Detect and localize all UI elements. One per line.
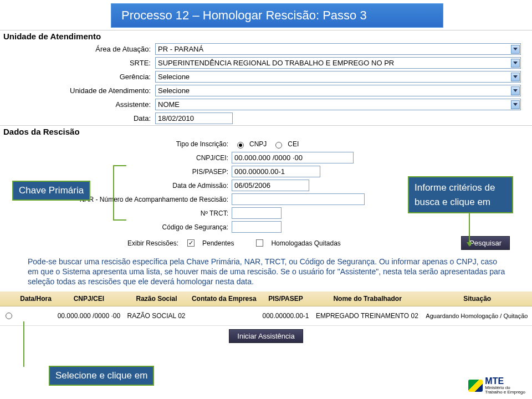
label-assistente: Assistente: bbox=[0, 100, 155, 109]
opt-cnpj: CNPJ bbox=[249, 140, 267, 148]
radio-cnpj[interactable] bbox=[237, 142, 244, 149]
input-data[interactable]: 18/02/2010 bbox=[155, 112, 233, 124]
col-nome: Nome do Trabalhador bbox=[313, 291, 422, 306]
table-row: 00.000.000 /0000 ·00 RAZÃO SOCIAL 02 000… bbox=[0, 306, 532, 325]
input-pis[interactable]: 000.00000.00-1 bbox=[232, 166, 320, 177]
label-exibir: Exibir Rescisões: bbox=[0, 239, 182, 247]
checkbox-pendentes[interactable] bbox=[187, 239, 195, 247]
opt-cei: CEI bbox=[288, 140, 299, 148]
col-situacao: Situação bbox=[422, 291, 532, 306]
callout-selecione: Selecione e clique em bbox=[49, 366, 154, 386]
connector-line-icon bbox=[23, 321, 24, 367]
section-dados: Dados da Rescisão bbox=[0, 125, 532, 137]
input-cod-seg[interactable] bbox=[232, 221, 282, 233]
label-gerencia: Gerência: bbox=[0, 73, 155, 81]
col-razao: Razão Social bbox=[124, 291, 190, 306]
cell-cnpj: 00.000.000 /0000 ·00 bbox=[54, 306, 124, 325]
title-text: Processo 12 – Homologar Rescisão: Passo … bbox=[121, 8, 367, 22]
input-trct[interactable] bbox=[232, 207, 282, 219]
cell-situacao: Aguardando Homologação / Quitação bbox=[422, 306, 532, 325]
mte-logo: MTE Ministério do Trabalho e Emprego bbox=[468, 377, 525, 395]
cell-pis: 000.00000.00-1 bbox=[259, 306, 313, 325]
text-pendentes: Pendentes bbox=[202, 239, 234, 247]
page-title: Processo 12 – Homologar Rescisão: Passo … bbox=[111, 3, 443, 28]
flag-icon bbox=[468, 380, 483, 392]
chevron-down-icon bbox=[511, 86, 520, 95]
callout-informe: Informe critérios de busca e clique em bbox=[408, 176, 513, 213]
col-select bbox=[0, 291, 18, 306]
label-area: Área de Atuação: bbox=[0, 45, 155, 53]
checkbox-homologadas[interactable] bbox=[256, 239, 263, 247]
callout-chave-primaria: Chave Primária bbox=[12, 181, 90, 201]
select-assistente[interactable]: NOME bbox=[155, 99, 521, 110]
label-unidade-at: Unidade de Atendimento: bbox=[0, 86, 155, 95]
select-gerencia[interactable]: Selecione bbox=[155, 71, 521, 83]
cell-razao: RAZÃO SOCIAL 02 bbox=[124, 306, 190, 325]
input-cnpjcei[interactable]: 00.000.000 /0000 ·00 bbox=[232, 152, 354, 163]
row-radio[interactable] bbox=[6, 313, 12, 319]
help-text: Pode-se buscar uma rescisão específica p… bbox=[0, 252, 532, 291]
cell-contato bbox=[189, 306, 259, 325]
label-cnpjcei: CNPJ/CEI: bbox=[0, 154, 232, 162]
col-cnpj: CNPJ/CEI bbox=[54, 291, 124, 306]
input-nar[interactable] bbox=[232, 193, 365, 205]
radio-cei[interactable] bbox=[275, 142, 282, 149]
chevron-down-icon bbox=[511, 100, 520, 109]
col-pis: PIS/PASEP bbox=[259, 291, 313, 306]
input-data-adm[interactable]: 06/05/2006 bbox=[232, 180, 309, 191]
label-srte: SRTE: bbox=[0, 59, 155, 67]
text-homologadas: Homologadas Quitadas bbox=[271, 239, 340, 247]
cell-nome: EMPREGADO TREINAMENTO 02 bbox=[313, 306, 422, 325]
section-unidade: Unidade de Atendimento bbox=[0, 30, 532, 42]
select-srte[interactable]: SUPERINTENDÊNCIA REGIONAL DO TRABALHO E … bbox=[155, 57, 521, 69]
label-tipo-inscricao: Tipo de Inscrição: bbox=[0, 140, 232, 148]
select-unidade-at[interactable]: Selecione bbox=[155, 85, 521, 96]
chevron-down-icon bbox=[511, 59, 520, 68]
label-data: Data: bbox=[0, 114, 155, 122]
iniciar-assistencia-button[interactable]: Iniciar Assistência bbox=[229, 329, 303, 343]
results-table: Data/Hora CNPJ/CEI Razão Social Contato … bbox=[0, 291, 532, 326]
select-area[interactable]: PR - PARANÁ bbox=[155, 43, 521, 55]
chevron-down-icon bbox=[511, 73, 520, 81]
col-datahora: Data/Hora bbox=[18, 291, 54, 306]
label-cod-seg: Código de Segurança: bbox=[0, 223, 232, 231]
col-contato: Contato da Empresa bbox=[189, 291, 259, 306]
bracket-icon bbox=[113, 165, 126, 221]
chevron-down-icon bbox=[511, 45, 520, 54]
